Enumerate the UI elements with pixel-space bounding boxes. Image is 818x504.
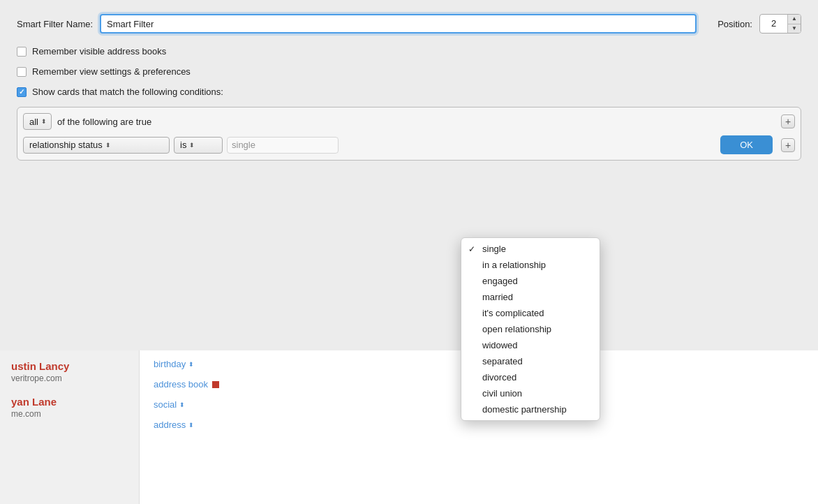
field-select-arrow: ⬍ <box>105 142 111 149</box>
conditions-area: all ⬍ of the following are true + relati… <box>17 107 801 161</box>
dropdown-item-open[interactable]: open relationship <box>461 321 600 337</box>
filter-name-label: Smart Filter Name: <box>17 19 93 29</box>
stepper-down-button[interactable]: ▼ <box>788 24 801 34</box>
add-row-button[interactable]: + <box>781 138 795 152</box>
position-stepper: 2 ▲ ▼ <box>759 14 801 34</box>
social-label: social <box>154 399 177 410</box>
dropdown-label-in-relationship: in a relationship <box>482 260 546 270</box>
remember-view-row: Remember view settings & preferences <box>17 66 801 77</box>
contacts-sidebar: ustin Lancy veritrope.com yan Lane me.co… <box>0 350 140 504</box>
address-field[interactable]: address ⬍ <box>154 420 804 430</box>
relationship-status-dropdown: ✓ single in a relationship engaged marri… <box>461 237 600 421</box>
show-cards-label: Show cards that match the following cond… <box>32 87 223 97</box>
contact-email-1: veritrope.com <box>11 373 128 383</box>
bottom-area: ustin Lancy veritrope.com yan Lane me.co… <box>0 350 818 504</box>
remember-books-row: Remember visible address books <box>17 46 801 57</box>
dropdown-item-married[interactable]: married <box>461 289 600 305</box>
address-arrow: ⬍ <box>188 422 194 429</box>
stepper-up-button[interactable]: ▲ <box>788 14 801 24</box>
add-condition-button[interactable]: + <box>781 114 795 128</box>
dropdown-item-complicated[interactable]: it's complicated <box>461 305 600 321</box>
dropdown-label-widowed: widowed <box>482 340 518 350</box>
dropdown-item-in-relationship[interactable]: in a relationship <box>461 257 600 273</box>
birthday-label: birthday <box>154 359 186 369</box>
remember-view-checkbox[interactable] <box>17 67 27 77</box>
dropdown-label-domestic: domestic partnership <box>482 404 567 415</box>
remember-view-label: Remember view settings & preferences <box>32 66 191 77</box>
field-select-label: relationship status <box>29 140 103 150</box>
address-label: address <box>154 420 186 430</box>
dropdown-label-married: married <box>482 292 513 302</box>
of-text: of the following are true <box>57 117 151 127</box>
condition-value-input[interactable] <box>227 137 339 154</box>
dropdown-label-separated: separated <box>482 356 523 366</box>
social-arrow: ⬍ <box>179 401 185 408</box>
dropdown-item-single[interactable]: ✓ single <box>461 241 600 257</box>
all-select-label: all <box>29 117 38 127</box>
dropdown-item-divorced[interactable]: divorced <box>461 369 600 385</box>
condition-row: relationship status ⬍ is ⬍ OK + <box>23 135 795 154</box>
address-book-label: address book <box>154 379 208 390</box>
operator-select-arrow: ⬍ <box>189 142 195 149</box>
dropdown-item-widowed[interactable]: widowed <box>461 337 600 353</box>
birthday-arrow: ⬍ <box>188 361 194 368</box>
operator-select-label: is <box>180 140 186 150</box>
remember-books-checkbox[interactable] <box>17 47 27 57</box>
dropdown-label-divorced: divorced <box>482 372 516 383</box>
position-label: Position: <box>717 19 752 29</box>
field-select[interactable]: relationship status ⬍ <box>23 137 170 154</box>
dropdown-label-single: single <box>482 244 506 254</box>
position-value: 2 <box>760 14 788 34</box>
operator-select[interactable]: is ⬍ <box>174 137 223 154</box>
dropdown-label-open: open relationship <box>482 324 551 334</box>
remember-books-label: Remember visible address books <box>32 46 166 57</box>
all-select-arrow: ⬍ <box>41 118 47 125</box>
all-select[interactable]: all ⬍ <box>23 113 52 130</box>
conditions-top-row: all ⬍ of the following are true + <box>23 113 795 130</box>
show-cards-row: Show cards that match the following cond… <box>17 87 801 97</box>
address-book-badge <box>212 381 219 388</box>
contact-name-1: ustin Lancy <box>11 360 128 372</box>
filter-name-input[interactable] <box>100 14 697 34</box>
position-stepper-buttons[interactable]: ▲ ▼ <box>788 14 801 34</box>
dropdown-item-separated[interactable]: separated <box>461 353 600 369</box>
dropdown-item-engaged[interactable]: engaged <box>461 273 600 289</box>
contact-name-2: yan Lane <box>11 396 128 408</box>
show-cards-checkbox[interactable] <box>17 87 27 97</box>
dropdown-item-domestic[interactable]: domestic partnership <box>461 401 600 417</box>
dropdown-label-civil-union: civil union <box>482 388 522 399</box>
contact-email-2: me.com <box>11 409 128 419</box>
check-single: ✓ <box>468 244 478 254</box>
dropdown-item-civil-union[interactable]: civil union <box>461 385 600 401</box>
dropdown-label-engaged: engaged <box>482 276 518 286</box>
dropdown-label-complicated: it's complicated <box>482 308 544 318</box>
ok-button[interactable]: OK <box>720 135 773 154</box>
